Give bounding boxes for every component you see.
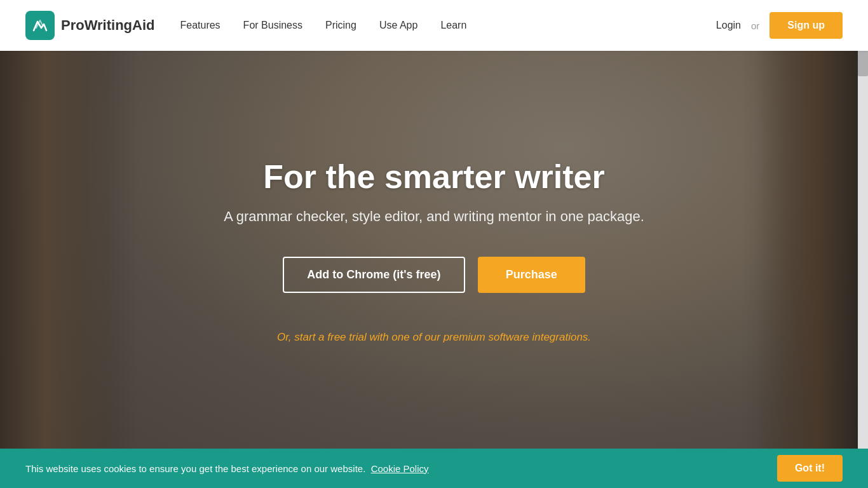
logo[interactable]: ProWritingAid bbox=[25, 11, 154, 40]
hero-content: For the smarter writer A grammar checker… bbox=[0, 51, 868, 488]
nav-links: Features For Business Pricing Use App Le… bbox=[180, 20, 715, 31]
hero-trial-text: Or, start a free trial with one of our p… bbox=[277, 331, 591, 344]
nav-or-text: or bbox=[751, 20, 759, 31]
hero-subtitle: A grammar checker, style editor, and wri… bbox=[224, 208, 644, 225]
purchase-button[interactable]: Purchase bbox=[478, 257, 585, 293]
cookie-policy-link[interactable]: Cookie Policy bbox=[371, 463, 429, 474]
cookie-message: This website uses cookies to ensure you … bbox=[25, 463, 764, 474]
logo-text: ProWritingAid bbox=[61, 17, 154, 34]
cookie-banner: This website uses cookies to ensure you … bbox=[0, 449, 868, 488]
scrollbar[interactable] bbox=[858, 0, 868, 488]
nav-link-features[interactable]: Features bbox=[180, 20, 220, 31]
signup-button[interactable]: Sign up bbox=[770, 12, 843, 39]
add-to-chrome-button[interactable]: Add to Chrome (it's free) bbox=[283, 257, 465, 293]
nav-right: Login or Sign up bbox=[716, 12, 843, 39]
login-link[interactable]: Login bbox=[716, 20, 741, 31]
got-it-button[interactable]: Got it! bbox=[777, 455, 843, 482]
logo-icon bbox=[25, 11, 55, 40]
logo-svg bbox=[31, 17, 49, 34]
nav-link-pricing[interactable]: Pricing bbox=[325, 20, 356, 31]
nav-link-learn[interactable]: Learn bbox=[440, 20, 466, 31]
hero-title: For the smarter writer bbox=[263, 158, 605, 196]
nav-link-for-business[interactable]: For Business bbox=[243, 20, 302, 31]
hero-buttons: Add to Chrome (it's free) Purchase bbox=[283, 257, 585, 293]
nav-link-use-app[interactable]: Use App bbox=[379, 20, 417, 31]
navigation: ProWritingAid Features For Business Pric… bbox=[0, 0, 868, 51]
